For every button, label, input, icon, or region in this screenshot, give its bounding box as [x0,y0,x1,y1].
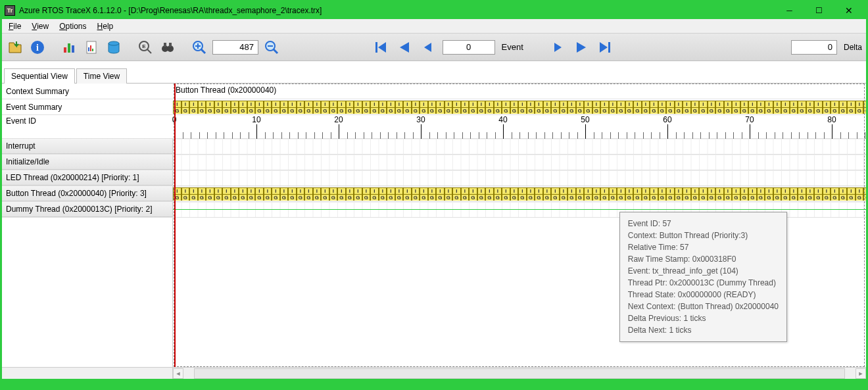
prev-page-icon[interactable] [395,38,414,57]
event-cell[interactable]: IG [387,187,395,201]
event-cell[interactable]: IG [255,101,264,114]
event-cell[interactable]: IG [362,187,371,201]
event-cell[interactable]: IG [617,101,625,114]
event-cell[interactable]: IG [773,187,782,201]
event-cell[interactable]: IG [477,187,486,201]
event-cell[interactable]: IG [304,187,313,201]
event-cell[interactable]: IG [600,187,609,201]
event-cell[interactable]: IG [239,101,247,114]
scroll-left-icon[interactable]: ◄ [173,368,183,379]
event-cell[interactable]: IG [625,187,634,201]
event-cell[interactable]: IG [379,187,387,201]
event-cell[interactable]: IG [699,101,708,114]
event-cell[interactable]: IG [510,101,519,114]
event-cell[interactable]: IG [748,187,757,201]
event-cell[interactable]: IG [510,187,519,201]
event-cell[interactable]: IG [469,187,477,201]
button-thread-track[interactable]: IGIGIGIGIGIGIGIGIGIGIGIGIGIGIGIGIGIGIGIG… [173,186,866,201]
event-cell[interactable]: IG [823,187,831,201]
event-cell[interactable]: IG [412,101,420,114]
first-event-icon[interactable] [372,38,390,57]
zoom-value-input[interactable] [212,40,258,55]
event-cell[interactable]: IG [831,187,839,201]
event-cell[interactable]: IG [823,101,831,114]
event-summary-track[interactable]: IGIGIGIGIGIGIGIGIGIGIGIGIGIGIGIGIGIGIGIG… [173,99,866,114]
titlebar[interactable]: Tr Azure RTOS TraceX 6.1.12.0 - [D:\Prog… [2,2,866,19]
event-cell[interactable]: IG [543,101,552,114]
menu-help[interactable]: Help [93,20,118,32]
event-cell[interactable]: IG [592,187,601,201]
event-cell[interactable]: IG [436,101,445,114]
event-cell[interactable]: IG [304,101,313,114]
event-cell[interactable]: IG [247,101,256,114]
event-cell[interactable]: IG [666,187,675,201]
event-cell[interactable]: IG [231,187,239,201]
event-cell[interactable]: IG [181,101,190,114]
event-cell[interactable]: IG [214,187,223,201]
event-cell[interactable]: IG [403,101,412,114]
event-cell[interactable]: IG [740,101,749,114]
interrupt-track[interactable] [173,139,866,154]
event-cell[interactable]: IG [239,187,247,201]
event-cell[interactable]: IG [395,187,404,201]
event-cell[interactable]: IG [658,101,667,114]
event-cell[interactable]: IG [346,187,354,201]
event-cell[interactable]: IG [477,101,486,114]
event-cell[interactable]: IG [732,101,740,114]
event-cell[interactable]: IG [806,101,815,114]
event-cell[interactable]: IG [633,101,642,114]
event-cell[interactable]: IG [485,187,494,201]
database-icon[interactable] [105,38,123,57]
event-cell[interactable]: IG [584,187,592,201]
maximize-button[interactable]: ☐ [804,2,834,19]
event-cell[interactable]: IG [814,187,823,201]
event-cell[interactable]: IG [691,187,700,201]
event-cell[interactable]: IG [198,187,206,201]
event-cell[interactable]: IG [715,101,724,114]
event-cell[interactable]: IG [420,101,428,114]
event-cell[interactable]: IG [765,101,773,114]
menu-file[interactable]: File [5,20,25,32]
event-cell[interactable]: IG [724,101,733,114]
event-cell[interactable]: IG [543,187,552,201]
event-cell[interactable]: IG [214,101,223,114]
event-cell[interactable]: IG [847,101,856,114]
event-cell[interactable]: IG [420,187,428,201]
event-cell[interactable]: IG [222,187,231,201]
event-cell[interactable]: IG [272,101,280,114]
event-cell[interactable]: IG [222,101,231,114]
event-cell[interactable]: IG [231,101,239,114]
event-cell[interactable]: IG [732,187,740,201]
scroll-track[interactable] [194,368,845,379]
next-page-icon[interactable] [572,38,591,57]
event-cell[interactable]: IG [494,187,502,201]
tab-sequential[interactable]: Sequential View [4,68,75,84]
zoom-out-icon[interactable] [262,38,281,57]
event-cell[interactable]: IG [650,101,658,114]
event-cell[interactable]: IG [551,101,560,114]
event-cell[interactable]: IG [847,187,856,201]
event-cell[interactable]: IG [609,187,617,201]
event-cell[interactable]: IG [798,101,806,114]
binoculars-icon[interactable] [158,38,177,57]
event-cell[interactable]: IG [790,101,798,114]
event-cell[interactable]: IG [445,187,453,201]
event-cell[interactable]: IG [790,187,798,201]
event-cell[interactable]: IG [206,187,214,201]
event-cell[interactable]: IG [567,187,576,201]
event-cell[interactable]: IG [609,101,617,114]
event-cell[interactable]: IG [683,187,691,201]
event-cell[interactable]: IG [452,187,461,201]
tab-time[interactable]: Time View [76,68,127,84]
event-cell[interactable]: IG [518,187,527,201]
event-cell[interactable]: IG [313,187,322,201]
event-cell[interactable]: IG [527,187,535,201]
event-cell[interactable]: IG [518,101,527,114]
event-cell[interactable]: IG [683,101,691,114]
zoom-in-icon[interactable] [190,38,208,57]
event-cell[interactable]: IG [264,187,272,201]
event-cell[interactable]: IG [337,101,346,114]
event-cell[interactable]: IG [642,101,650,114]
event-cell[interactable]: IG [798,187,806,201]
info-icon[interactable]: i [28,38,47,57]
